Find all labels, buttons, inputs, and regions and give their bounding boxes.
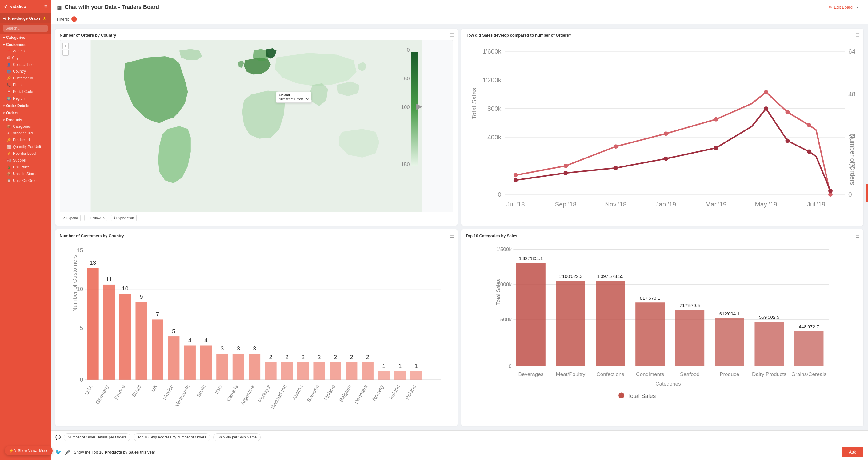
sidebar-item-discontinued[interactable]: ✗ Discontinued xyxy=(0,130,51,136)
sidebar-item-country[interactable]: 🌐 Country xyxy=(0,68,51,75)
orders-by-country-menu-icon[interactable]: ☰ xyxy=(450,32,454,38)
microphone-icon[interactable]: 🎤 xyxy=(65,449,71,455)
sidebar-item-customer-id[interactable]: 🔑 Customer Id xyxy=(0,75,51,82)
svg-text:Sep '18: Sep '18 xyxy=(555,201,576,208)
sidebar-category-categories[interactable]: ▾ Categories xyxy=(0,34,51,41)
svg-text:11: 11 xyxy=(106,276,112,282)
svg-text:Total Sales: Total Sales xyxy=(495,279,501,305)
query-chip-3[interactable]: Ship Via per Ship Name xyxy=(213,433,260,441)
svg-text:7: 7 xyxy=(156,311,159,317)
filter-add-button[interactable]: + xyxy=(71,16,77,22)
svg-text:48: 48 xyxy=(848,90,856,97)
sidebar-item-city[interactable]: 🏙 City xyxy=(0,55,51,61)
svg-point-35 xyxy=(664,131,668,136)
chat-bar: 🐦 🎤 Show me Top 10 Products by Sales thi… xyxy=(51,444,868,460)
order-details-caret-icon: ▾ xyxy=(3,104,5,108)
svg-text:612'004.1: 612'004.1 xyxy=(719,311,740,316)
show-visual-mode-button[interactable]: ⚡A Show Visual Mode xyxy=(5,446,53,455)
explanation-button[interactable]: ℹ Explanation xyxy=(111,215,137,221)
top10-categories-menu-icon[interactable]: ☰ xyxy=(856,233,860,239)
svg-text:Poland: Poland xyxy=(404,384,417,401)
svg-rect-75 xyxy=(216,354,228,379)
orders-by-country-card: Number of Orders by Country ☰ + − xyxy=(55,29,458,225)
orders-caret-icon: ▾ xyxy=(3,112,5,115)
right-scroll-indicator xyxy=(866,184,868,203)
svg-text:Categories: Categories xyxy=(655,380,681,387)
sidebar-item-address[interactable]: 📍 Address xyxy=(0,48,51,55)
unit-price-icon: 💲 xyxy=(7,165,11,169)
svg-text:1: 1 xyxy=(382,363,385,369)
tooltip-country: Finland xyxy=(279,94,309,97)
sidebar-item-product-id[interactable]: 🔑 Product Id xyxy=(0,136,51,143)
customers-by-country-menu-icon[interactable]: ☰ xyxy=(450,233,454,239)
svg-text:9: 9 xyxy=(140,294,143,300)
svg-rect-141 xyxy=(715,318,744,366)
knowledge-graph-section[interactable]: ◀ Knowledge Graph ★ xyxy=(0,13,51,23)
svg-point-41 xyxy=(514,178,518,182)
svg-text:Mexico: Mexico xyxy=(161,384,175,401)
svg-text:4: 4 xyxy=(188,337,192,343)
svg-text:64: 64 xyxy=(848,48,856,55)
sidebar-item-region[interactable]: 🌍 Region xyxy=(0,95,51,102)
svg-text:1'500k: 1'500k xyxy=(496,246,512,252)
svg-rect-65 xyxy=(135,302,147,379)
svg-text:15: 15 xyxy=(76,247,83,253)
sidebar-item-unit-price[interactable]: 💲 Unit Price xyxy=(0,164,51,171)
sidebar-item-units-in-stock[interactable]: 📦 Units In Stock xyxy=(0,171,51,177)
query-chip-2[interactable]: Top 10 Ship Address by number of Orders xyxy=(133,433,210,441)
svg-text:Seafood: Seafood xyxy=(680,371,700,377)
sidebar-category-order-details[interactable]: ▾ Order Details xyxy=(0,102,51,109)
sidebar-item-quantity-per-unit[interactable]: 📊 Quantity Per Unit xyxy=(0,143,51,150)
svg-text:569'502.5: 569'502.5 xyxy=(759,314,779,320)
sidebar-item-postal-code[interactable]: 📮 Postal Code xyxy=(0,88,51,95)
svg-text:UK: UK xyxy=(150,384,159,393)
query-chips-icon: 💬 xyxy=(55,435,61,440)
svg-text:1'600k: 1'600k xyxy=(483,48,501,55)
chat-input[interactable]: Show me Top 10 Products by Sales this ye… xyxy=(74,450,838,455)
orders-by-country-title: Number of Orders by Country xyxy=(60,33,453,37)
expand-button[interactable]: ⤢ Expand xyxy=(60,215,81,221)
sidebar-item-supplier[interactable]: 🏭 Supplier xyxy=(0,157,51,164)
svg-rect-73 xyxy=(200,345,212,379)
categories-label: Categories xyxy=(6,35,25,40)
svg-point-32 xyxy=(514,173,518,177)
svg-text:Finland: Finland xyxy=(323,384,336,401)
svg-text:150: 150 xyxy=(401,161,410,167)
sidebar-category-customers[interactable]: ▾ Customers xyxy=(0,41,51,48)
suggested-queries-bar: 💬 Number of Order Details per Orders Top… xyxy=(51,430,868,444)
sidebar-item-prod-categories[interactable]: 📦 Categories xyxy=(0,123,51,130)
svg-text:Brazil: Brazil xyxy=(131,384,142,398)
customer-id-icon: 🔑 xyxy=(7,76,11,80)
region-label: Region xyxy=(13,96,25,101)
postal-code-icon: 📮 xyxy=(7,90,11,94)
topbar: ▦ Chat with your Data - Traders Board ✏ … xyxy=(51,0,868,14)
edit-board-button[interactable]: ✏ Edit Board xyxy=(829,5,852,9)
logo-text: vidalico xyxy=(10,4,26,9)
sidebar-item-contact-title[interactable]: 👤 Contact Title xyxy=(0,61,51,68)
map-zoom-out-button[interactable]: − xyxy=(62,50,69,56)
map-zoom-in-button[interactable]: + xyxy=(62,43,69,49)
sales-vs-orders-menu-icon[interactable]: ☰ xyxy=(856,32,860,38)
svg-point-38 xyxy=(785,110,789,115)
sidebar-category-orders[interactable]: ▾ Orders xyxy=(0,109,51,116)
units-in-stock-icon: 📦 xyxy=(7,172,11,176)
sidebar-category-products[interactable]: ▾ Products xyxy=(0,116,51,123)
svg-rect-87 xyxy=(313,362,325,380)
followup-button[interactable]: □ FollowUp xyxy=(84,215,107,221)
customers-caret-icon: ▾ xyxy=(3,43,5,47)
ask-button[interactable]: Ask xyxy=(841,447,863,457)
svg-rect-91 xyxy=(346,362,358,380)
sidebar-item-phone[interactable]: 📞 Phone xyxy=(0,82,51,88)
sales-vs-orders-card: How did Sales develop compared to number… xyxy=(461,29,863,225)
hamburger-icon[interactable]: ≡ xyxy=(44,4,47,9)
svg-text:2: 2 xyxy=(285,354,289,360)
svg-text:817'578.1: 817'578.1 xyxy=(640,295,660,300)
city-label: City xyxy=(12,56,19,60)
sidebar-item-units-on-order[interactable]: 📋 Units On Order xyxy=(0,177,51,184)
svg-point-34 xyxy=(614,144,618,149)
query-chip-1[interactable]: Number of Order Details per Orders xyxy=(64,433,130,441)
sidebar-item-reorder-level[interactable]: ⚡ Reorder Level xyxy=(0,150,51,157)
top10-categories-title: Top 10 Categories by Sales xyxy=(466,234,859,238)
more-options-icon[interactable]: ⋯ xyxy=(856,4,862,10)
search-input[interactable] xyxy=(3,25,48,32)
